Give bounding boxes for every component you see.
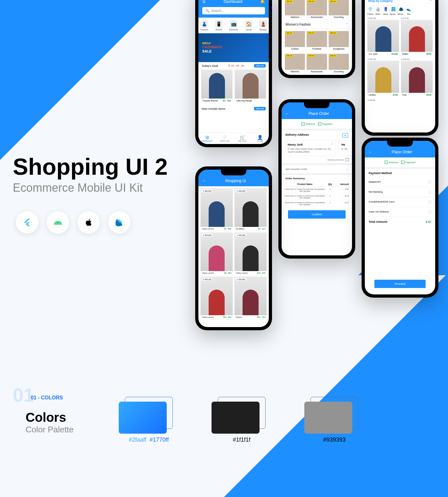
nav-wishlist[interactable]: ♡Wish List (216, 135, 234, 142)
thumb-sunglasses[interactable]: 15% offSunglasses (329, 31, 349, 50)
step-payment: ✓Payment (401, 161, 416, 164)
radio[interactable] (428, 200, 431, 204)
product-card[interactable]: ★ 4.2 (29) Cathy London$10 - $30 (234, 232, 267, 275)
chip-shoes[interactable]: 👟Sho (405, 6, 412, 15)
radio[interactable] (428, 190, 431, 194)
total-label: Total Amount: (369, 220, 388, 223)
nav-profile[interactable]: 👤Profile (251, 135, 269, 142)
hero-section: Shopping UI 2 Ecommerce Mobile UI Kit (13, 154, 168, 195)
nav-cart[interactable]: 🛒My Cart (234, 135, 251, 142)
radio[interactable] (428, 180, 431, 184)
chip-sports[interactable]: 🩳Sports... (390, 6, 397, 15)
rating-badge: ★ 4.0 (29) (236, 189, 246, 192)
product-card[interactable]: ★ 4.2 (19) Cathy London$25 - $45 (200, 277, 233, 319)
rating-badge: ★ 2.3 (29) (236, 278, 246, 281)
address-card[interactable]: He D- SC (339, 140, 352, 156)
phone-categories: 15% offWatches 15% offAccessories 15% of… (278, 0, 355, 78)
back-icon[interactable]: ← (369, 150, 372, 154)
shop-category-header[interactable]: Shop by Category⌃ (365, 0, 435, 4)
phone-dashboard: ☰ Dashboard 🔔 🔍 Search... 👗Fashion 📱Mobi… (195, 0, 272, 147)
rating-badge: ★ 3.0 (29) (202, 189, 212, 192)
address-card[interactable]: ⋮ Henry Jurk D-189, Deer Haven Drive, Fo… (285, 140, 336, 156)
thumb-accessories2[interactable]: 15% offAccessories (307, 54, 327, 73)
expand-womens[interactable]: Women's Fashion⌃ (282, 20, 352, 29)
product-price: $7 - $12 (258, 228, 265, 230)
phone-shop-category: Shop by Category⌃ 👕T-Shirts 👔Shirts 👖Jea… (362, 0, 438, 136)
product-card[interactable]: Popular Brands$2 - $10 (201, 69, 233, 103)
category-fashion[interactable]: 👗Fashion (200, 20, 208, 31)
pay-option-netbanking[interactable]: Net Banking (365, 187, 435, 197)
product-card[interactable]: ★ 4.5 (11) Polo$550 (401, 57, 433, 97)
header-title: Dashboard (206, 0, 260, 4)
product-card[interactable]: ★ 2.3 (29) Classic$14 - $35 (234, 277, 267, 319)
nav-dashboard[interactable]: ⊞Dashboard (198, 135, 216, 142)
chip-row: 👕T-Shirts 👔Shirts 👖Jeans 🩳Sports... 🧥Eth… (365, 4, 435, 16)
product-card[interactable]: ★ 4.3 (8) (367, 98, 399, 102)
view-all-button[interactable]: View All (254, 107, 266, 110)
radio[interactable] (428, 210, 431, 213)
pay-option-wallet[interactable]: Wallet/UPI (365, 177, 435, 187)
step-address: ✓Address (301, 122, 315, 125)
thumb-grooming2[interactable]: 15% offGrooming (329, 54, 349, 73)
pay-option-card[interactable]: Credit/Debit/ATM Card (365, 197, 435, 207)
order-item: Fossil Gen 5 Carlyle TouchScreen SmartWa… (285, 200, 349, 207)
search-input[interactable]: 🔍 Search... (202, 7, 265, 14)
notch (221, 170, 246, 175)
checkbox[interactable] (346, 158, 349, 161)
notch (387, 141, 413, 147)
product-image (201, 70, 232, 99)
promo-banner[interactable]: MEGA CASHBACK SALE (198, 33, 269, 62)
deal-title: Today's Deal (202, 64, 218, 68)
product-card[interactable]: ★ 4.5 (19) LEWEL$700 (367, 57, 399, 97)
thumb-footwear[interactable]: 15% offFootwear (307, 31, 327, 50)
search-icon: 🔍 (205, 9, 209, 12)
add-address-button[interactable]: + (342, 133, 348, 138)
product-card[interactable]: ★ 4.5 (19) U.s. polo$1250 (367, 16, 399, 56)
product-image (235, 70, 266, 99)
category-mobile[interactable]: 📱Mobile (215, 20, 223, 31)
flutter-icon (16, 211, 38, 234)
chip-ethnic[interactable]: 🧥Ethnic... (397, 6, 404, 15)
delivery-address-title: Delivery Address (285, 133, 309, 138)
back-icon[interactable]: ← (202, 179, 206, 183)
category-beauty[interactable]: 💄Beauty (259, 20, 267, 31)
product-card[interactable]: ★ 3.0 (29) Cathy London$2 - $30 (200, 188, 233, 231)
chip-shirts[interactable]: 👔Shirts (374, 6, 381, 15)
thumb-grooming[interactable]: 15% offGrooming (329, 0, 349, 18)
thumb-watches[interactable]: 15% offWatches (285, 0, 305, 18)
product-card[interactable]: ★ 4.0 (29) Da Milano$7 - $12 (234, 188, 267, 231)
thumb-accessories[interactable]: 15% offAccessories (307, 0, 327, 18)
product-price: $9 - $20 (224, 272, 231, 274)
search-placeholder: Search... (211, 9, 224, 12)
confirm-button[interactable]: Confirm (288, 210, 346, 219)
step-payment: ✓Payment (318, 122, 332, 125)
category-electronic[interactable]: 📺Electonic (229, 20, 238, 31)
rating-badge: ★ 3.5 (20) (202, 234, 212, 236)
view-all-button[interactable]: View All (254, 64, 266, 68)
chip-jeans[interactable]: 👖Jeans (382, 6, 389, 15)
thumb-watches2[interactable]: 15% offWatches (285, 54, 305, 73)
proceed-button[interactable]: Proceed (374, 280, 426, 288)
product-card[interactable]: ★ 3.5 (20) Cathy London$9 - $20 (200, 232, 233, 275)
deal-products: Popular Brands$2 - $10 LifeLong Range (198, 69, 269, 105)
expand-girls[interactable]: Girl's Fashion⌄ (282, 75, 352, 75)
category-home[interactable]: 🏠Home (245, 20, 252, 31)
dart-icon (108, 211, 131, 234)
colors-section: 01 01 - COLORS Colors Color Palette #2fa… (13, 390, 435, 435)
bell-icon[interactable]: 🔔 (260, 0, 265, 4)
product-card[interactable]: LifeLong Range (235, 69, 266, 103)
menu-icon[interactable]: ☰ (202, 0, 206, 4)
product-card[interactable] (401, 98, 433, 102)
step-tabs: ✓Address ✓Payment (282, 119, 352, 129)
product-image (201, 233, 233, 271)
hero-title: Shopping UI 2 (13, 154, 168, 180)
product-price: $14 - $35 (257, 316, 265, 318)
voucher-row[interactable]: Add Voucher Code⌄ (282, 165, 352, 173)
pay-option-cod[interactable]: Cash On Delivery (365, 207, 435, 217)
deal-timer: ⏱ 22 : 42 : 44 (228, 64, 244, 67)
product-card[interactable]: ★ 4.7 (9) Wrath$550 (401, 16, 433, 56)
back-icon[interactable]: ← (285, 111, 289, 116)
chip-tshirts[interactable]: 👕T-Shirts (367, 6, 374, 15)
thumb-clothes[interactable]: 15% offClothes (285, 31, 305, 50)
more-icon[interactable]: ⋮ (331, 142, 334, 145)
